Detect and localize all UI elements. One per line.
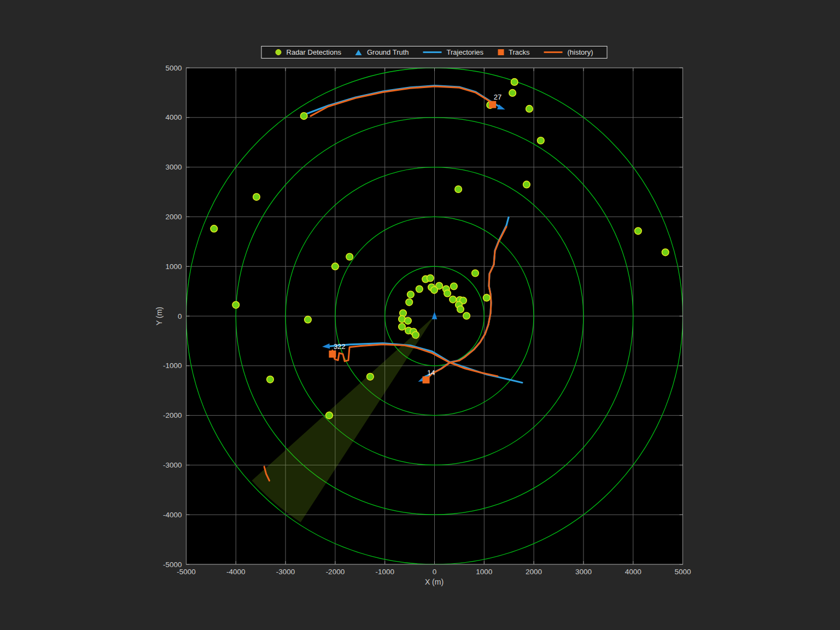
legend-item: Radar Detections bbox=[276, 48, 341, 56]
legend: Radar DetectionsGround TruthTrajectories… bbox=[261, 46, 608, 59]
x-tick-label: 0 bbox=[433, 568, 437, 576]
x-tick-label: 5000 bbox=[674, 568, 691, 576]
y-tick-label: 0 bbox=[178, 312, 182, 320]
y-tick-label: -1000 bbox=[163, 361, 182, 370]
legend-tri-icon bbox=[355, 50, 362, 55]
legend-square-icon bbox=[498, 49, 504, 55]
x-tick-label: 3000 bbox=[575, 568, 592, 576]
y-tick-label: -2000 bbox=[163, 411, 182, 419]
track-square bbox=[489, 101, 496, 108]
radar-detection-dot bbox=[305, 316, 312, 323]
radar-detection-dot bbox=[431, 287, 438, 294]
x-tick-label: 4000 bbox=[625, 568, 641, 576]
y-tick-label: 2000 bbox=[165, 213, 182, 221]
radar-detection-dot bbox=[267, 376, 274, 383]
radar-detection-dot bbox=[326, 412, 333, 419]
x-tick-label: -2000 bbox=[326, 568, 345, 576]
legend-line-blue-icon bbox=[423, 51, 442, 53]
legend-item: Trajectories bbox=[423, 48, 483, 56]
radar-detection-dot bbox=[483, 294, 491, 301]
radar-detection-dot bbox=[427, 275, 434, 282]
radar-detection-dot bbox=[300, 113, 307, 120]
x-tick-label: -3000 bbox=[276, 568, 295, 576]
radar-detection-dot bbox=[472, 270, 479, 277]
radar-detection-dot bbox=[407, 291, 415, 298]
track-label: 14 bbox=[427, 369, 435, 377]
radar-detection-dot bbox=[406, 299, 413, 306]
x-tick-label: 2000 bbox=[526, 568, 542, 576]
y-axis-label: Y (m) bbox=[155, 307, 164, 325]
x-tick-label: -4000 bbox=[226, 568, 246, 576]
legend-item: Ground Truth bbox=[355, 48, 409, 56]
radar-detection-dot bbox=[635, 228, 642, 235]
radar-detection-dot bbox=[232, 301, 240, 308]
y-tick-label: 4000 bbox=[165, 113, 182, 121]
radar-detection-dot bbox=[509, 90, 516, 97]
radar-detection-dot bbox=[457, 306, 464, 313]
legend-label: (history) bbox=[568, 48, 593, 56]
track-label: 322 bbox=[334, 342, 346, 351]
figure-canvas: 2732214-5000-4000-3000-2000-100001000200… bbox=[0, 0, 840, 630]
radar-detection-dot bbox=[451, 283, 458, 290]
radar-detection-dot bbox=[367, 374, 374, 381]
radar-detection-dot bbox=[211, 225, 218, 232]
legend-label: Radar Detections bbox=[287, 48, 341, 56]
y-tick-label: 5000 bbox=[165, 64, 182, 72]
x-axis-label: X (m) bbox=[425, 578, 444, 586]
radar-detection-dot bbox=[538, 137, 545, 144]
y-tick-label: 1000 bbox=[165, 262, 182, 271]
legend-label: Tracks bbox=[509, 48, 530, 56]
legend-line-orange-icon bbox=[544, 51, 563, 53]
radar-detection-dot bbox=[526, 106, 533, 113]
radar-detection-dot bbox=[346, 253, 353, 260]
radar-detection-dot bbox=[455, 186, 462, 193]
radar-detection-dot bbox=[332, 263, 339, 270]
legend-item: Tracks bbox=[498, 48, 530, 56]
radar-detection-dot bbox=[662, 249, 669, 256]
y-tick-label: -5000 bbox=[163, 561, 182, 569]
track-square bbox=[329, 351, 336, 358]
legend-dot-icon bbox=[276, 49, 282, 55]
radar-detection-dot bbox=[405, 317, 412, 324]
legend-item: (history) bbox=[544, 48, 593, 56]
radar-detection-dot bbox=[253, 194, 260, 201]
radar-detection-dot bbox=[399, 323, 406, 330]
radar-detection-dot bbox=[450, 296, 457, 303]
track-square bbox=[423, 376, 430, 383]
x-tick-label: -1000 bbox=[375, 568, 394, 576]
track-label: 27 bbox=[494, 93, 501, 101]
x-tick-label: 1000 bbox=[476, 568, 492, 576]
radar-detection-dot bbox=[412, 331, 419, 339]
radar-detection-dot bbox=[511, 79, 518, 86]
y-tick-label: -3000 bbox=[163, 461, 182, 469]
radar-detection-dot bbox=[444, 290, 451, 297]
radar-detection-dot bbox=[523, 181, 530, 188]
x-tick-label: -5000 bbox=[177, 568, 196, 576]
radar-detection-dot bbox=[416, 285, 423, 293]
radar-detection-dot bbox=[463, 312, 470, 319]
radar-plot: 2732214-5000-4000-3000-2000-100001000200… bbox=[0, 0, 840, 630]
legend-label: Trajectories bbox=[447, 48, 483, 56]
y-tick-label: 3000 bbox=[165, 163, 182, 171]
y-tick-label: -4000 bbox=[163, 511, 182, 519]
legend-label: Ground Truth bbox=[367, 48, 409, 56]
